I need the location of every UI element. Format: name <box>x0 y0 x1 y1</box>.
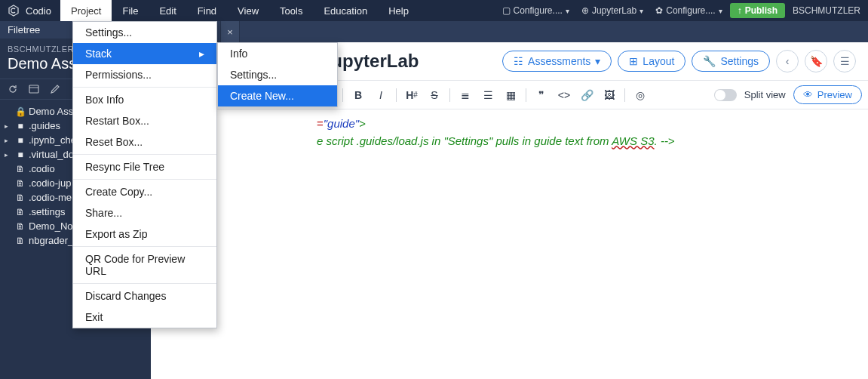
tree-label: .guides <box>29 120 60 131</box>
tree-label: .settings <box>29 206 65 217</box>
dd-stack[interactable]: Stack▸ <box>73 43 216 64</box>
quote-button[interactable]: ❞ <box>531 86 552 104</box>
configure-chip-1[interactable]: ▢ Configure.... ▾ <box>498 5 574 16</box>
chevron-left-icon: ‹ <box>786 55 790 67</box>
editor-toolbar-right: Split view 👁 Preview <box>714 85 862 104</box>
sm-info[interactable]: Info <box>218 43 337 64</box>
image-icon: 🖼 <box>604 89 615 101</box>
layout-label: Layout <box>643 55 674 67</box>
dd-exit[interactable]: Exit <box>73 307 216 328</box>
dd-resync[interactable]: Resync File Tree <box>73 156 216 177</box>
refresh-icon[interactable] <box>6 82 20 96</box>
project-dropdown: Settings... Stack▸ Permissions... Box In… <box>72 21 217 328</box>
dd-boxinfo[interactable]: Box Info <box>73 89 216 110</box>
code-text: "guide" <box>324 117 359 130</box>
codio-logo-icon <box>8 5 20 17</box>
menu-edit[interactable]: Edit <box>149 0 186 21</box>
code-text: = <box>317 117 324 130</box>
list-button[interactable]: ☰ <box>833 50 856 72</box>
menubar: Codio Project File Edit Find View Tools … <box>0 0 868 21</box>
dd-share[interactable]: Share... <box>73 202 216 223</box>
ol-button[interactable]: ≣ <box>455 86 476 104</box>
menu-items: Project File Edit Find View Tools Educat… <box>60 0 419 21</box>
dd-createcopy[interactable]: Create Copy... <box>73 181 216 202</box>
eye-icon: 👁 <box>803 89 813 100</box>
tab-close-button[interactable]: × <box>220 21 240 42</box>
bookmark-icon: 🔖 <box>810 55 823 67</box>
dd-export[interactable]: Export as Zip <box>73 223 216 245</box>
code-text: . --> <box>655 134 675 147</box>
splitview-label: Split view <box>744 89 786 100</box>
publish-button[interactable]: ↑ Publish <box>730 3 785 18</box>
quote-icon: ❞ <box>538 89 544 101</box>
preview-button[interactable]: 👁 Preview <box>793 85 862 104</box>
menu-tools[interactable]: Tools <box>269 0 313 21</box>
menu-help[interactable]: Help <box>378 0 419 21</box>
tree-label: .codio <box>29 163 55 174</box>
jupyterlab-chip[interactable]: ⊕ JupyterLab ▾ <box>577 5 648 16</box>
gear-icon: ✿ <box>655 5 663 16</box>
folder-icon: ■ <box>15 135 26 146</box>
italic-button[interactable]: I <box>370 86 391 104</box>
jupyterlab-label: JupyterLab <box>592 5 636 16</box>
tree-label: .ipynb_che <box>29 134 76 146</box>
target-button[interactable]: ◎ <box>630 86 651 104</box>
code-button[interactable]: <> <box>554 86 575 104</box>
table-button[interactable]: ▦ <box>500 86 521 104</box>
menu-find[interactable]: Find <box>187 0 227 21</box>
panel-icon[interactable] <box>27 82 41 96</box>
target-icon: ◎ <box>636 89 645 101</box>
assessments-button[interactable]: ☷ Assessments ▾ <box>502 51 612 72</box>
file-icon: 🗎 <box>15 236 26 246</box>
ordered-list-icon: ≣ <box>461 89 470 101</box>
unordered-list-icon: ☰ <box>483 89 493 101</box>
bold-button[interactable]: B <box>348 86 369 104</box>
strike-button[interactable]: S <box>424 86 445 104</box>
close-icon: × <box>227 26 233 38</box>
settings-label: Settings <box>720 55 759 67</box>
settings-button[interactable]: 🔧 Settings <box>692 51 770 72</box>
dd-qrcode[interactable]: QR Code for Preview URL <box>73 248 216 282</box>
chevron-down-icon: ▾ <box>719 7 722 15</box>
file-icon: 🗎 <box>15 164 26 174</box>
link-icon: 🔗 <box>581 89 593 101</box>
preview-label: Preview <box>817 89 852 100</box>
lock-icon: 🔒 <box>15 106 26 117</box>
guide-actions: ☷ Assessments ▾ ⊞ Layout 🔧 Settings ‹ 🔖 … <box>502 50 856 72</box>
dd-discard[interactable]: Discard Changes <box>73 285 216 307</box>
chevron-down-icon: ▾ <box>595 55 600 67</box>
dd-restart[interactable]: Restart Box... <box>73 110 216 131</box>
user-name: BSCHMUTZLER <box>793 5 860 16</box>
dd-settings[interactable]: Settings... <box>73 22 216 43</box>
sm-settings[interactable]: Settings... <box>218 64 337 85</box>
code-editor[interactable]: ="guide"> e script .guides/load.js in "S… <box>151 109 868 379</box>
bookmark-button[interactable]: 🔖 <box>805 50 827 72</box>
configure-label-1: Configure.... <box>514 5 563 16</box>
code-text: AWS S3 <box>612 134 654 147</box>
link-button[interactable]: 🔗 <box>576 86 597 104</box>
sm-create-new[interactable]: Create New... <box>218 85 337 106</box>
assessments-label: Assessments <box>528 55 590 67</box>
menu-education[interactable]: Education <box>313 0 378 21</box>
wrench-icon: 🔧 <box>703 55 716 67</box>
menu-view[interactable]: View <box>227 0 269 21</box>
sliders-icon: ☷ <box>514 55 523 67</box>
menu-file[interactable]: File <box>112 0 149 21</box>
dd-reset[interactable]: Reset Box... <box>73 131 216 153</box>
code-text: > <box>359 117 366 130</box>
chevron-down-icon: ▾ <box>566 7 569 15</box>
menu-project[interactable]: Project <box>60 0 112 21</box>
image-button[interactable]: 🖼 <box>599 86 620 104</box>
dd-permissions[interactable]: Permissions... <box>73 64 216 85</box>
pencil-icon[interactable] <box>48 82 62 96</box>
tree-label: .virtual_do <box>29 149 74 160</box>
heading-button[interactable]: H# <box>401 86 422 104</box>
ul-button[interactable]: ☰ <box>477 86 498 104</box>
splitview-toggle[interactable] <box>714 89 737 101</box>
layout-button[interactable]: ⊞ Layout <box>618 51 686 72</box>
chevron-right-icon: ▸ <box>199 48 204 60</box>
tabs-row: × <box>151 21 868 42</box>
folder-icon: ■ <box>15 149 26 160</box>
configure-chip-2[interactable]: ✿ Configure.... ▾ <box>651 5 726 16</box>
prev-page-button[interactable]: ‹ <box>776 50 799 72</box>
